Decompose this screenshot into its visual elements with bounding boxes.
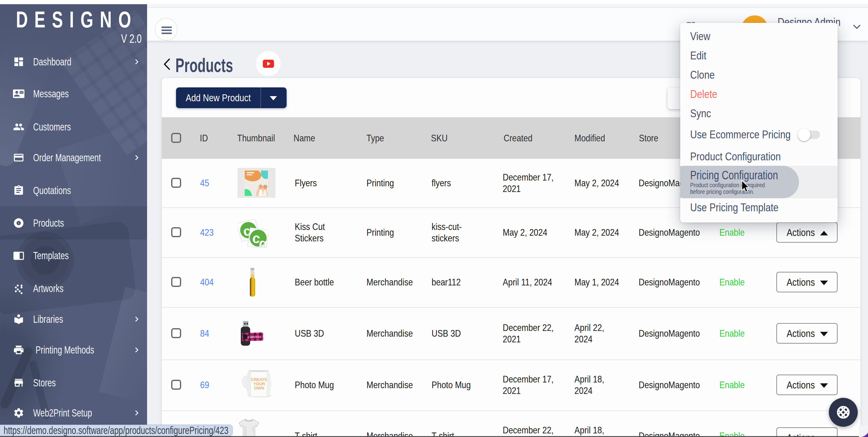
svg-text:YOUR: YOUR <box>253 381 265 386</box>
svg-text:CREATE: CREATE <box>251 377 267 382</box>
svg-text:OWN: OWN <box>254 386 264 390</box>
